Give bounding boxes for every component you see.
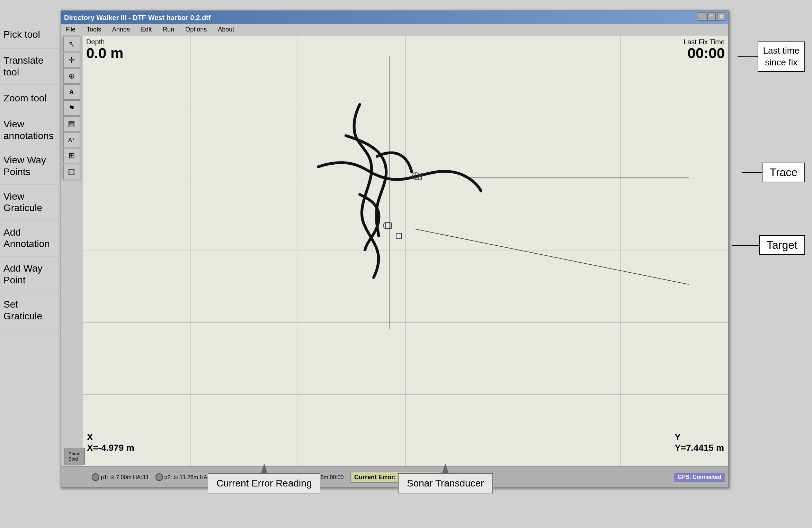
- depth-value: 0.0 m: [86, 46, 123, 61]
- main-window: Directory Walker III - DTF West harbor 0…: [61, 10, 729, 488]
- pick-tool-button[interactable]: ↖: [63, 37, 80, 52]
- close-button[interactable]: ✕: [717, 12, 725, 21]
- sidebar-item-add-way-point[interactable]: Add Way Point: [0, 256, 59, 292]
- sidebar-item-pick-tool[interactable]: Pick tool: [0, 21, 59, 48]
- status-item-p1: p1: ⊙ 7.00m HA:33: [92, 473, 149, 481]
- x-coordinate: X X=-4.979 m: [86, 431, 135, 454]
- last-fix-callout-text: Last timesince fix: [763, 45, 800, 67]
- sidebar-item-view-way-points[interactable]: View Way Points: [0, 148, 59, 184]
- view-waypoints-button[interactable]: ⚑: [63, 100, 80, 116]
- current-error-callout: Current Error Reading: [208, 473, 320, 493]
- trace-callout: Trace: [762, 163, 805, 182]
- sidebar-item-translate-tool[interactable]: Translate tool: [0, 48, 59, 84]
- trace-callout-line: [742, 172, 762, 173]
- gps-status: GPS: Connected: [674, 473, 725, 482]
- x-coord-label: X: [87, 432, 93, 442]
- status-text-p1: p1: ⊙ 7.00m HA:33: [101, 474, 149, 481]
- pick-tool-label: Pick tool: [3, 29, 40, 40]
- fix-time-value: 00:00: [684, 46, 725, 61]
- status-circle-p2: [155, 473, 163, 481]
- sidebar-item-zoom-tool[interactable]: Zoom tool: [0, 84, 59, 112]
- target-callout-text: Target: [767, 239, 797, 251]
- y-coord-value: Y=7.4415 m: [675, 443, 724, 453]
- menu-options[interactable]: Options: [183, 25, 209, 34]
- zoom-tool-button[interactable]: ⊕: [63, 69, 80, 84]
- depth-display: Depth 0.0 m: [86, 38, 123, 61]
- add-annotation-label: Add Annotation: [3, 227, 55, 250]
- trace-path: [318, 104, 481, 277]
- view-way-points-label: View Way Points: [3, 154, 55, 177]
- sidebar: Pick tool Translate tool Zoom tool View …: [0, 21, 59, 328]
- zoom-tool-label: Zoom tool: [3, 92, 47, 104]
- sonar-transducer-callout: Sonar Transducer: [398, 473, 493, 493]
- view-graticule-label: View Graticule: [3, 191, 55, 214]
- grid-display: [83, 35, 728, 466]
- set-graticule-button[interactable]: ▥: [63, 164, 80, 179]
- sidebar-item-view-graticule[interactable]: View Graticule: [0, 184, 59, 220]
- x-coord-value: X=-4.979 m: [87, 443, 134, 453]
- title-bar-buttons: _ □ ✕: [698, 12, 725, 21]
- target-callout: Target: [759, 235, 805, 255]
- title-bar: Directory Walker III - DTF West harbor 0…: [61, 11, 728, 24]
- menu-run[interactable]: Run: [161, 25, 176, 34]
- sidebar-item-set-graticule[interactable]: Set Graticule: [0, 292, 59, 328]
- target-callout-line: [415, 229, 689, 284]
- maximize-button[interactable]: □: [707, 12, 716, 21]
- sonar-transducer-arrow: [442, 463, 449, 474]
- menu-annos[interactable]: Annos: [110, 25, 132, 34]
- y-coordinate: Y Y=7.4415 m: [674, 431, 725, 454]
- target-marker-3: [396, 233, 402, 239]
- status-circle-p1: [92, 473, 99, 481]
- sidebar-item-add-annotation[interactable]: Add Annotation: [0, 220, 59, 256]
- sidebar-item-view-annotations[interactable]: View annotations: [0, 112, 59, 148]
- target-callout-line: [732, 245, 760, 246]
- minimize-button[interactable]: _: [698, 12, 706, 21]
- add-waypoint-button[interactable]: ⊞: [63, 148, 80, 163]
- view-annotations-label: View annotations: [3, 118, 55, 142]
- window-title: Directory Walker III - DTF West harbor 0…: [64, 14, 211, 22]
- y-coord-label: Y: [675, 432, 681, 442]
- add-way-point-label: Add Way Point: [3, 263, 55, 286]
- canvas-area[interactable]: Depth 0.0 m Last Fix Time 00:00 X X=-4.9…: [83, 35, 728, 466]
- menu-edit[interactable]: Edit: [139, 25, 154, 34]
- gps-status-text: GPS: Connected: [678, 474, 721, 480]
- status-bar: PhotoStnd p1: ⊙ 7.00m HA:33 p2: ⊙ 11.26m…: [61, 466, 728, 487]
- sonar-transducer-callout-text: Sonar Transducer: [407, 478, 484, 489]
- menu-tools[interactable]: Tools: [84, 25, 103, 34]
- menu-file[interactable]: File: [63, 25, 78, 34]
- current-error-callout-text: Current Error Reading: [216, 478, 312, 489]
- status-text-p2: p2: ⊙ 11.26m HA:60: [164, 474, 215, 481]
- photo-mode-button[interactable]: PhotoStnd: [64, 448, 85, 465]
- view-graticule-button[interactable]: ▦: [63, 116, 80, 131]
- translate-tool-label: Translate tool: [3, 55, 55, 78]
- menu-about[interactable]: About: [216, 25, 236, 34]
- status-item-p2: p2: ⊙ 11.26m HA:60: [155, 473, 215, 481]
- view-annotations-button[interactable]: A: [63, 84, 80, 100]
- trace-callout-text: Trace: [769, 166, 797, 179]
- translate-tool-button[interactable]: ✛: [63, 53, 80, 68]
- add-annotation-button[interactable]: A⁺: [63, 132, 80, 147]
- last-fix-callout-line: [738, 56, 758, 57]
- last-fix-callout: Last timesince fix: [758, 42, 805, 72]
- fix-time-display: Last Fix Time 00:00: [684, 38, 725, 61]
- toolbar: ↖ ✛ ⊕ A ⚑ ▦ A⁺ ⊞ ▥: [61, 35, 82, 181]
- menu-bar: File Tools Annos Edit Run Options About: [61, 24, 728, 35]
- current-error-arrow: [261, 463, 268, 474]
- set-graticule-label: Set Graticule: [3, 299, 55, 322]
